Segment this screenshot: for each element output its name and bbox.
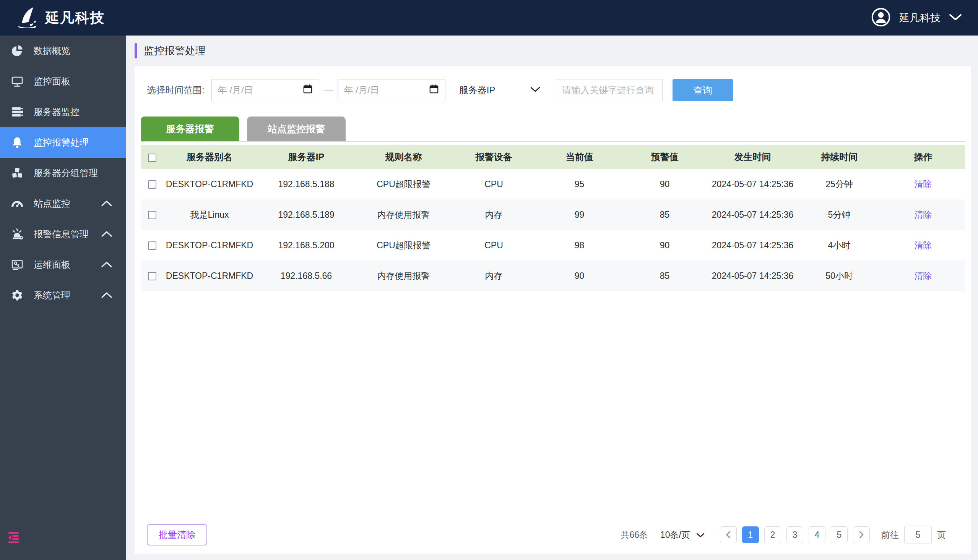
- col-rule: 规则名称: [357, 145, 450, 169]
- col-threshold: 预警值: [621, 145, 708, 169]
- sidebar-item-ops-panel[interactable]: 运维面板: [0, 250, 126, 280]
- cell-time: 2024-05-07 14:25:36: [708, 260, 797, 291]
- page-size-select[interactable]: 10条/页: [660, 529, 705, 541]
- cell-current: 95: [538, 169, 621, 199]
- tab-site-alarm[interactable]: 站点监控报警: [247, 117, 346, 141]
- sidebar-item-system-admin[interactable]: 系统管理: [0, 280, 126, 310]
- spacer: [141, 291, 965, 524]
- goto-page-input[interactable]: [904, 526, 932, 544]
- sidebar-item-label: 监控报警处理: [33, 137, 89, 148]
- clear-link[interactable]: 清除: [914, 210, 932, 220]
- goto-label: 前往: [881, 529, 899, 541]
- cell-ip: 192.168.5.188: [256, 169, 357, 199]
- col-device: 报警设备: [450, 145, 538, 169]
- brand-name: 延凡科技: [45, 8, 105, 28]
- tabs: 服务器报警 站点监控报警: [141, 117, 965, 142]
- date-placeholder: 年 /月/日: [218, 84, 253, 96]
- search-field-select[interactable]: 服务器IP: [459, 84, 541, 96]
- cell-ip: 192.168.5.200: [256, 230, 357, 260]
- filter-row: 选择时间范围: 年 /月/日 — 年 /月/日: [147, 79, 965, 101]
- sidebar-item-label: 服务器监控: [33, 106, 80, 118]
- cell-device: 内存: [450, 199, 538, 230]
- page-size-value: 10条/页: [660, 529, 690, 541]
- row-checkbox[interactable]: [148, 272, 156, 280]
- calendar-icon: [429, 84, 439, 96]
- clear-link[interactable]: 清除: [914, 179, 932, 189]
- cell-rule: 内存使用报警: [357, 199, 450, 230]
- cell-threshold: 85: [621, 199, 708, 230]
- chevron-down-icon: [530, 86, 540, 94]
- row-checkbox[interactable]: [148, 211, 156, 219]
- cell-alias: DESKTOP-C1RMFKD: [164, 230, 256, 260]
- cell-alias: 我是Linux: [164, 199, 256, 230]
- start-date-input[interactable]: 年 /月/日: [211, 79, 319, 101]
- chevron-up-icon: [101, 198, 112, 209]
- page-button-3[interactable]: 3: [786, 527, 803, 543]
- batch-clear-button[interactable]: 批量清除: [147, 524, 207, 545]
- tab-server-alarm[interactable]: 服务器报警: [141, 117, 239, 141]
- page-button-5[interactable]: 5: [831, 527, 848, 543]
- cell-duration: 5分钟: [797, 199, 881, 230]
- card-footer: 批量清除 共66条 10条/页 1 2 3 4 5: [141, 524, 965, 545]
- user-menu[interactable]: 延凡科技: [871, 7, 962, 28]
- cell-rule: CPU超限报警: [357, 169, 450, 199]
- table-row: DESKTOP-C1RMFKD 192.168.5.200 CPU超限报警 CP…: [141, 230, 965, 260]
- query-button[interactable]: 查询: [672, 79, 733, 101]
- page-title: 监控报警处理: [144, 44, 206, 58]
- table-header-row: 服务器别名 服务器IP 规则名称 报警设备 当前值 预警值 发生时间 持续时间 …: [141, 145, 965, 169]
- cell-rule: CPU超限报警: [357, 230, 450, 260]
- gear-icon: [11, 289, 24, 302]
- gauge-icon: [11, 197, 24, 210]
- page-button-4[interactable]: 4: [809, 527, 826, 543]
- cell-time: 2024-05-07 14:25:36: [708, 230, 797, 260]
- cell-ip: 192.168.5.66: [256, 260, 357, 291]
- cell-current: 98: [538, 230, 621, 260]
- sidebar-item-server-groups[interactable]: 服务器分组管理: [0, 158, 126, 188]
- sidebar-item-data-overview[interactable]: 数据概览: [0, 35, 126, 66]
- row-checkbox[interactable]: [148, 180, 156, 189]
- sidebar-item-label: 服务器分组管理: [33, 167, 98, 179]
- chevron-down-icon: [696, 530, 705, 540]
- total-count: 共66条: [620, 529, 648, 541]
- cell-alias: DESKTOP-C1RMFKD: [164, 260, 256, 291]
- chevron-up-icon: [101, 259, 112, 270]
- sidebar-item-site-monitor[interactable]: 站点监控: [0, 188, 126, 219]
- content-card: 选择时间范围: 年 /月/日 — 年 /月/日: [135, 66, 971, 554]
- date-separator: —: [324, 85, 333, 95]
- chevron-up-icon: [101, 229, 112, 240]
- title-accent-bar: [135, 43, 137, 58]
- sidebar-item-label: 运维面板: [33, 258, 70, 271]
- cell-duration: 25分钟: [797, 169, 881, 199]
- main-content: 监控报警处理 选择时间范围: 年 /月/日 — 年 /月/日: [126, 35, 978, 560]
- end-date-input[interactable]: 年 /月/日: [338, 79, 445, 101]
- clear-link[interactable]: 清除: [914, 271, 932, 281]
- alarm-table: 服务器别名 服务器IP 规则名称 报警设备 当前值 预警值 发生时间 持续时间 …: [141, 145, 965, 291]
- page-button-1[interactable]: 1: [742, 527, 759, 543]
- page-button-2[interactable]: 2: [764, 527, 781, 543]
- user-name: 延凡科技: [899, 11, 941, 25]
- calendar-icon: [303, 84, 313, 96]
- ops-screen-icon: [11, 258, 24, 271]
- sidebar-collapse-icon[interactable]: [6, 531, 22, 543]
- prev-page-button[interactable]: [720, 527, 737, 543]
- goto-suffix: 页: [937, 529, 946, 541]
- next-page-button[interactable]: [853, 527, 870, 543]
- row-checkbox[interactable]: [148, 242, 156, 250]
- page-header: 监控报警处理: [126, 35, 978, 66]
- sidebar-item-server-monitor[interactable]: 服务器监控: [0, 97, 126, 127]
- cell-device: CPU: [450, 169, 538, 199]
- pagination: 共66条 10条/页 1 2 3 4 5 前往: [620, 526, 946, 544]
- select-all-checkbox[interactable]: [148, 153, 156, 162]
- sidebar-item-label: 数据概览: [33, 45, 70, 57]
- top-bar: 延凡科技 延凡科技: [0, 0, 978, 35]
- sidebar: 数据概览 监控面板 服务器监控 监控报警处理: [0, 35, 126, 560]
- sidebar-item-alarm-handling[interactable]: 监控报警处理: [0, 127, 126, 158]
- sidebar-item-label: 系统管理: [33, 289, 70, 302]
- clear-link[interactable]: 清除: [914, 240, 932, 250]
- bell-icon: [11, 136, 24, 149]
- keyword-input[interactable]: [555, 79, 662, 101]
- monitor-icon: [11, 75, 24, 88]
- sidebar-item-alarm-info[interactable]: 报警信息管理: [0, 219, 126, 250]
- sidebar-item-monitor-panel[interactable]: 监控面板: [0, 66, 126, 97]
- col-duration: 持续时间: [797, 145, 881, 169]
